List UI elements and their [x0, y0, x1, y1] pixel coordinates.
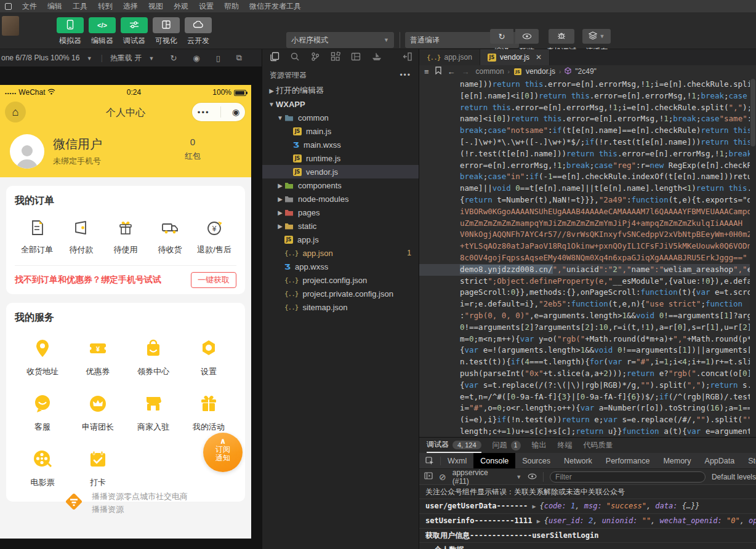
- window-layout-icon[interactable]: [351, 52, 361, 64]
- service-check-in[interactable]: 打卡: [70, 449, 126, 488]
- outline-icon[interactable]: ≡: [424, 67, 429, 76]
- avatar[interactable]: [10, 134, 44, 169]
- code-line[interactable]: name]||void 0==t[e[n].name]||t[e[n].name…: [419, 183, 750, 194]
- tab-memory[interactable]: Memory: [656, 453, 698, 468]
- code-line[interactable]: V0NkOgjAQQNFh7AYC4r57//8vrWsQKInxyfvSNCe…: [419, 229, 750, 241]
- code-line[interactable]: [e[n].name]<i[0])return this.error=e[n].…: [419, 90, 750, 102]
- service-address[interactable]: 收货地址: [15, 338, 70, 377]
- device-select[interactable]: one 6/7/8 Plus 100% 16 ▼: [1, 54, 92, 62]
- console-message[interactable]: 关注公众号组件显示错误：关联关系解除或未选中关联公众号: [419, 485, 756, 499]
- subscribe-notify-button[interactable]: ∧ 订阅 通知: [203, 433, 243, 472]
- home-button[interactable]: ⌂: [5, 102, 26, 122]
- one-key-get-button[interactable]: 一键获取: [191, 272, 236, 288]
- phone-frame-icon[interactable]: ▯: [216, 54, 220, 63]
- service-settings[interactable]: 设置: [181, 338, 236, 377]
- console-message[interactable]: ——个人数据——: [419, 543, 756, 549]
- code-line[interactable]: name]))return this.error=e[n].errorMsg,!…: [419, 79, 750, 90]
- mode-select[interactable]: 小程序模式 ▼: [286, 32, 394, 48]
- code-line[interactable]: m=0;m<n;m++){var y=o("rgb("+Math.round(d…: [419, 334, 750, 345]
- search-icon[interactable]: [290, 52, 300, 64]
- code-line[interactable]: break;case"notsame":if(t[e[n].name]==e[n…: [419, 125, 750, 137]
- tree-file-sitemap[interactable]: {..}sitemap.json: [262, 300, 419, 314]
- breadcrumb-file[interactable]: vendor.js: [526, 67, 555, 76]
- breadcrumb-folder[interactable]: common: [476, 67, 504, 76]
- code-line[interactable]: error=e[n].errorMsg,!1;break;case"reg":r…: [419, 160, 750, 172]
- tab-wxml[interactable]: Wxml: [441, 453, 473, 468]
- code-line[interactable]: pageScroll:0}},methods:{},onPageScroll:f…: [419, 287, 750, 299]
- show-sidebar-icon[interactable]: [424, 472, 433, 481]
- service-merchant-join[interactable]: 商家入驻: [126, 393, 181, 433]
- order-item-unused[interactable]: 待使用: [103, 218, 148, 255]
- collapse-sidebar-icon[interactable]: [403, 52, 412, 64]
- tree-folder-common[interactable]: ▼common: [262, 111, 419, 124]
- order-item-shipping[interactable]: 待收货: [148, 218, 192, 255]
- eye-icon[interactable]: [528, 473, 537, 481]
- code-line[interactable]: {var e=!(arguments.length>1&&void 0!==ar…: [419, 345, 750, 356]
- refresh-icon[interactable]: ↻: [170, 54, 177, 63]
- menu-file[interactable]: 文件: [22, 1, 37, 12]
- tree-file-project-private-config[interactable]: {..}project.private.config.json: [262, 287, 419, 300]
- tab-app-json[interactable]: {..}app.json: [419, 49, 480, 65]
- menu-settings[interactable]: 设置: [199, 1, 214, 12]
- tree-root-wxapp[interactable]: ▼WXAPP: [262, 97, 419, 111]
- log-levels-select[interactable]: Default levels: [712, 473, 756, 481]
- cloud-dev-button[interactable]: 云开发: [183, 17, 213, 46]
- code-line[interactable]: iVBORw0KGgoAAAANSUhEUgAAAB4AAAAeCAMAAAAM…: [419, 206, 750, 218]
- tab-console[interactable]: Console: [473, 453, 515, 468]
- inspect-icon[interactable]: [419, 457, 441, 465]
- tree-file-project-config[interactable]: {..}project.config.json: [262, 273, 419, 287]
- forward-arrow-icon[interactable]: →: [462, 67, 470, 76]
- redpacket-entry[interactable]: 0 红包: [185, 137, 201, 162]
- exit-target-icon[interactable]: ◉: [232, 107, 239, 117]
- tab-storage[interactable]: Storage: [741, 453, 756, 468]
- menu-edit[interactable]: 编辑: [47, 1, 62, 12]
- tree-folder-node-modules[interactable]: ▶node-modules: [262, 192, 419, 206]
- more-icon[interactable]: •••: [198, 108, 210, 117]
- code-line[interactable]: 0!==arguments[2]?arguments[2]:10,r=i(t,!…: [419, 322, 750, 334]
- tree-file-app-json[interactable]: {..}app.json1: [262, 246, 419, 260]
- code-line[interactable]: return this.error=e[n].errorMsg,!1;i=e[n…: [419, 102, 750, 114]
- menu-view[interactable]: 视图: [148, 1, 163, 12]
- order-item-all[interactable]: 全部订单: [15, 218, 59, 255]
- tab-performance[interactable]: Performance: [599, 453, 657, 468]
- code-line[interactable]: n.test(t)){if(4===t.length){for(var r="#…: [419, 356, 750, 368]
- tree-file-main-wxss[interactable]: Ʒmain.wxss: [262, 138, 419, 151]
- menu-tools[interactable]: 工具: [73, 1, 87, 12]
- service-support[interactable]: 客服: [15, 393, 70, 433]
- back-arrow-icon[interactable]: ←: [448, 67, 456, 76]
- code-line[interactable]: {var s=t.replace(/(?:\(|\)|rgb|RGB)*/g,"…: [419, 380, 750, 391]
- tab-network[interactable]: Network: [557, 453, 599, 468]
- tab-output[interactable]: 输出: [532, 438, 547, 453]
- multi-window-icon[interactable]: ⧉: [236, 53, 242, 63]
- tab-sources[interactable]: Sources: [515, 453, 557, 468]
- console-message[interactable]: user/getUserData------- ▶ {code: 1, msg:…: [419, 499, 756, 514]
- bookmark-icon[interactable]: [435, 66, 441, 76]
- code-line[interactable]: strict";Object.defineProperty(e,"__esMod…: [419, 276, 750, 287]
- code-line[interactable]: uZmZmZmZmZmZmampqYmJiZmZmZmZmZmYmJiPj4+a…: [419, 218, 750, 230]
- breadcrumb-symbol[interactable]: "2c49": [575, 67, 597, 76]
- menu-devtools[interactable]: 微信开发者工具: [249, 1, 301, 12]
- code-line[interactable]: {return t=Number(t),NaN!=t}}},"2a49":fun…: [419, 194, 750, 206]
- context-select[interactable]: appservice (#11)▼: [452, 468, 521, 486]
- code-line[interactable]: +tYLSqAOz80atJaPaoV18Rq1Okinw+pxnQOyIL1C…: [419, 241, 750, 252]
- code-line[interactable]: i="#",o=0;o<r.length;o++){var a=Number(r…: [419, 403, 750, 414]
- menu-goto[interactable]: 转到: [98, 1, 113, 12]
- editor-button[interactable]: </> 编辑器: [87, 17, 117, 46]
- user-avatar[interactable]: [2, 16, 19, 36]
- console-message-list[interactable]: 关注公众号组件显示错误：关联关系解除或未选中关联公众号user/getUserD…: [419, 485, 756, 549]
- tab-terminal[interactable]: 终端: [558, 438, 573, 453]
- editor-scrollbar[interactable]: [750, 79, 756, 437]
- tree-file-runtime-js[interactable]: JSruntime.js: [262, 151, 419, 165]
- code-line[interactable]: break;case"in":if(-1==e[n].checkRule.ind…: [419, 171, 750, 183]
- console-message[interactable]: 获取用户信息--------------userSilentLogin: [419, 529, 756, 543]
- menu-help[interactable]: 帮助: [224, 1, 239, 12]
- close-icon[interactable]: ✕: [536, 53, 542, 62]
- more-actions-icon[interactable]: •••: [400, 71, 411, 79]
- tree-file-main-js[interactable]: JSmain.js: [262, 124, 419, 138]
- capsule-menu[interactable]: ••• ◉: [192, 103, 245, 121]
- service-coupon-center[interactable]: 领券中心: [126, 338, 181, 377]
- debugger-button[interactable]: 调试器: [119, 17, 149, 46]
- code-line[interactable]: push(parseInt("0x"+t.slice(a,a+2)));retu…: [419, 368, 750, 380]
- tree-folder-components[interactable]: ▶components: [262, 178, 419, 192]
- code-line[interactable]: name]<i[0])return this.error=e[n].errorM…: [419, 113, 750, 125]
